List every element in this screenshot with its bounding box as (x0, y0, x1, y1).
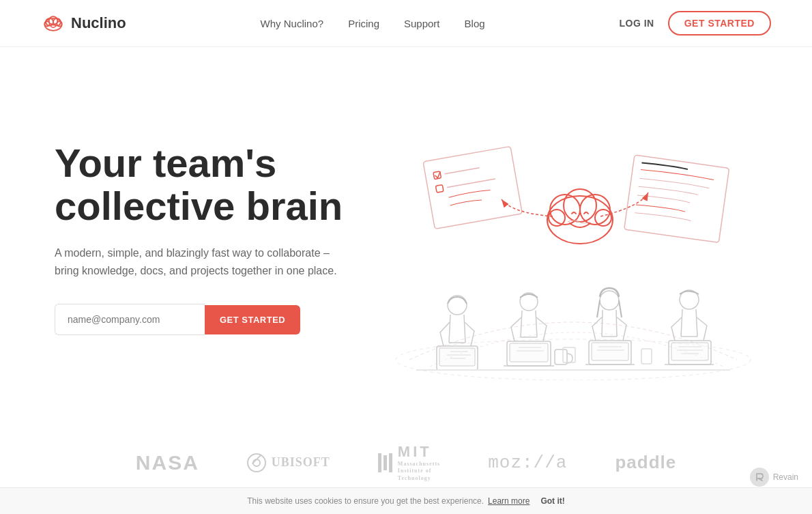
revain-watermark: Revain (750, 468, 798, 487)
paddle-logo: paddle (615, 452, 676, 473)
hero-form: GET STARTED (55, 304, 348, 335)
svg-point-6 (50, 23, 52, 25)
svg-point-20 (595, 210, 611, 226)
main-nav: Why Nuclino? Pricing Support Blog (261, 18, 485, 29)
ubisoft-logo: UBISOFT (247, 453, 330, 472)
hero-section: Your team's collective brain A modern, s… (0, 47, 812, 416)
cookie-message: This website uses cookies to ensure you … (247, 496, 484, 502)
svg-point-36 (600, 291, 619, 310)
svg-point-19 (549, 210, 565, 226)
mit-logo: MIT MassachusettsInstitute ofTechnology (378, 443, 440, 482)
logo-icon (41, 11, 66, 35)
nav-why-nuclino[interactable]: Why Nuclino? (261, 18, 324, 29)
ubisoft-icon (247, 453, 266, 472)
hero-subtitle: A modern, simple, and blazingly fast way… (55, 244, 348, 279)
mozilla-logo: moz://a (488, 453, 567, 473)
svg-point-15 (547, 196, 613, 244)
svg-rect-45 (672, 343, 708, 360)
nasa-logo: NASA (136, 451, 199, 474)
hero-content: Your team's collective brain A modern, s… (55, 141, 348, 336)
svg-rect-9 (423, 146, 522, 229)
get-started-button-header[interactable]: GET STARTED (668, 11, 771, 35)
svg-point-22 (448, 296, 467, 315)
mit-bars-icon (378, 453, 392, 472)
hero-title: Your team's collective brain (55, 141, 348, 229)
svg-rect-14 (624, 155, 729, 242)
revain-label: Revain (773, 472, 798, 482)
cookie-banner: This website uses cookies to ensure you … (0, 487, 812, 502)
svg-rect-32 (510, 344, 547, 361)
brand-name: Nuclino (71, 14, 126, 32)
nav-blog[interactable]: Blog (465, 18, 485, 29)
logo[interactable]: Nuclino (41, 11, 126, 35)
got-it-button[interactable]: Got it! (540, 496, 564, 502)
hero-illustration (375, 94, 771, 383)
get-started-button-hero[interactable]: GET STARTED (205, 305, 300, 334)
illustration-svg (375, 94, 771, 380)
header: Nuclino Why Nuclino? Pricing Support Blo… (0, 0, 812, 47)
login-button[interactable]: LOG IN (620, 18, 654, 29)
email-input[interactable] (55, 304, 205, 335)
revain-icon (750, 468, 769, 487)
svg-point-7 (55, 23, 56, 25)
svg-rect-39 (592, 343, 628, 360)
svg-rect-51 (641, 349, 652, 364)
nav-support[interactable]: Support (404, 18, 440, 29)
mit-text: MIT MassachusettsInstitute ofTechnology (398, 443, 440, 482)
nav-pricing[interactable]: Pricing (348, 18, 379, 29)
header-actions: LOG IN GET STARTED (620, 11, 771, 35)
learn-more-link[interactable]: Learn more (488, 496, 530, 502)
